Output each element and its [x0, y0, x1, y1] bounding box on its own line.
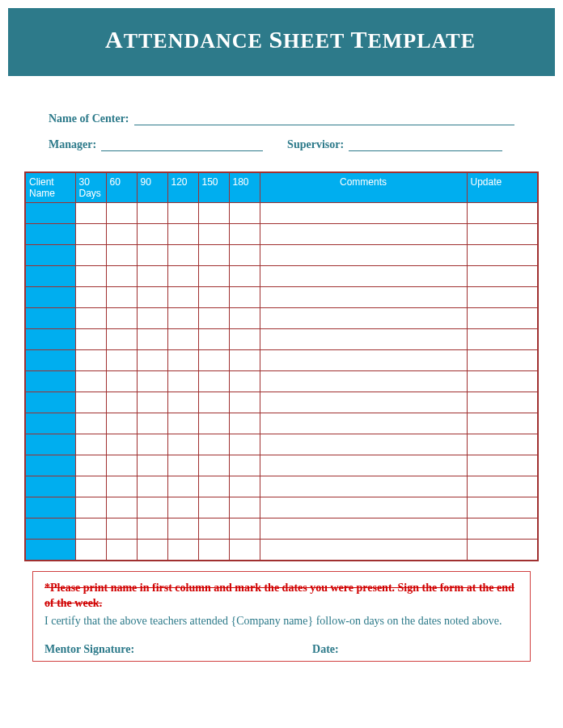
- day-cell[interactable]: [167, 203, 198, 224]
- day-cell[interactable]: [137, 540, 167, 561]
- day-cell[interactable]: [137, 455, 167, 476]
- day-cell[interactable]: [137, 350, 167, 371]
- day-cell[interactable]: [198, 455, 229, 476]
- day-cell[interactable]: [75, 392, 106, 413]
- day-cell[interactable]: [106, 266, 137, 287]
- day-cell[interactable]: [167, 476, 198, 497]
- day-cell[interactable]: [167, 518, 198, 540]
- comments-cell[interactable]: [260, 371, 467, 392]
- day-cell[interactable]: [106, 224, 137, 245]
- comments-cell[interactable]: [260, 476, 467, 497]
- day-cell[interactable]: [198, 413, 229, 434]
- day-cell[interactable]: [198, 540, 229, 561]
- comments-cell[interactable]: [260, 350, 467, 371]
- day-cell[interactable]: [106, 455, 137, 476]
- client-name-cell[interactable]: [25, 224, 75, 245]
- day-cell[interactable]: [167, 350, 198, 371]
- day-cell[interactable]: [167, 413, 198, 434]
- day-cell[interactable]: [167, 540, 198, 561]
- comments-cell[interactable]: [260, 497, 467, 518]
- update-cell[interactable]: [467, 476, 538, 497]
- day-cell[interactable]: [167, 329, 198, 350]
- day-cell[interactable]: [75, 266, 106, 287]
- day-cell[interactable]: [167, 266, 198, 287]
- day-cell[interactable]: [198, 392, 229, 413]
- day-cell[interactable]: [167, 434, 198, 455]
- day-cell[interactable]: [106, 308, 137, 329]
- day-cell[interactable]: [106, 287, 137, 308]
- update-cell[interactable]: [467, 350, 538, 371]
- day-cell[interactable]: [137, 371, 167, 392]
- day-cell[interactable]: [167, 392, 198, 413]
- day-cell[interactable]: [198, 308, 229, 329]
- day-cell[interactable]: [229, 476, 260, 497]
- day-cell[interactable]: [137, 392, 167, 413]
- day-cell[interactable]: [229, 245, 260, 266]
- day-cell[interactable]: [198, 266, 229, 287]
- client-name-cell[interactable]: [25, 266, 75, 287]
- day-cell[interactable]: [75, 476, 106, 497]
- comments-cell[interactable]: [260, 329, 467, 350]
- update-cell[interactable]: [467, 497, 538, 518]
- day-cell[interactable]: [229, 224, 260, 245]
- day-cell[interactable]: [229, 371, 260, 392]
- day-cell[interactable]: [167, 287, 198, 308]
- day-cell[interactable]: [106, 371, 137, 392]
- comments-cell[interactable]: [260, 266, 467, 287]
- day-cell[interactable]: [75, 350, 106, 371]
- day-cell[interactable]: [198, 245, 229, 266]
- day-cell[interactable]: [137, 518, 167, 540]
- client-name-cell[interactable]: [25, 287, 75, 308]
- day-cell[interactable]: [229, 540, 260, 561]
- day-cell[interactable]: [75, 245, 106, 266]
- day-cell[interactable]: [198, 350, 229, 371]
- day-cell[interactable]: [106, 203, 137, 224]
- client-name-cell[interactable]: [25, 308, 75, 329]
- comments-cell[interactable]: [260, 308, 467, 329]
- day-cell[interactable]: [75, 455, 106, 476]
- client-name-cell[interactable]: [25, 329, 75, 350]
- day-cell[interactable]: [229, 287, 260, 308]
- day-cell[interactable]: [75, 434, 106, 455]
- day-cell[interactable]: [106, 245, 137, 266]
- client-name-cell[interactable]: [25, 540, 75, 561]
- comments-cell[interactable]: [260, 434, 467, 455]
- day-cell[interactable]: [106, 434, 137, 455]
- client-name-cell[interactable]: [25, 455, 75, 476]
- client-name-cell[interactable]: [25, 392, 75, 413]
- day-cell[interactable]: [198, 203, 229, 224]
- day-cell[interactable]: [229, 203, 260, 224]
- client-name-cell[interactable]: [25, 245, 75, 266]
- day-cell[interactable]: [137, 224, 167, 245]
- day-cell[interactable]: [75, 540, 106, 561]
- day-cell[interactable]: [137, 434, 167, 455]
- day-cell[interactable]: [198, 224, 229, 245]
- client-name-cell[interactable]: [25, 350, 75, 371]
- day-cell[interactable]: [198, 434, 229, 455]
- day-cell[interactable]: [167, 497, 198, 518]
- day-cell[interactable]: [229, 308, 260, 329]
- day-cell[interactable]: [198, 371, 229, 392]
- day-cell[interactable]: [75, 518, 106, 540]
- update-cell[interactable]: [467, 266, 538, 287]
- update-cell[interactable]: [467, 518, 538, 540]
- comments-cell[interactable]: [260, 392, 467, 413]
- comments-cell[interactable]: [260, 540, 467, 561]
- client-name-cell[interactable]: [25, 476, 75, 497]
- day-cell[interactable]: [198, 476, 229, 497]
- center-input-line[interactable]: [134, 114, 514, 125]
- day-cell[interactable]: [106, 392, 137, 413]
- client-name-cell[interactable]: [25, 371, 75, 392]
- update-cell[interactable]: [467, 413, 538, 434]
- day-cell[interactable]: [137, 245, 167, 266]
- day-cell[interactable]: [137, 287, 167, 308]
- day-cell[interactable]: [167, 224, 198, 245]
- day-cell[interactable]: [106, 540, 137, 561]
- day-cell[interactable]: [137, 476, 167, 497]
- update-cell[interactable]: [467, 245, 538, 266]
- update-cell[interactable]: [467, 203, 538, 224]
- day-cell[interactable]: [106, 476, 137, 497]
- day-cell[interactable]: [198, 497, 229, 518]
- update-cell[interactable]: [467, 224, 538, 245]
- update-cell[interactable]: [467, 308, 538, 329]
